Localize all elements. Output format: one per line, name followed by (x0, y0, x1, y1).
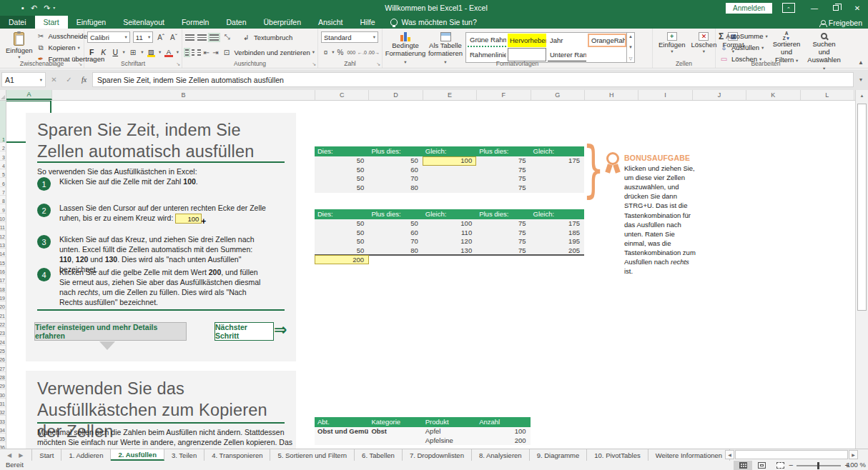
comma-style-icon[interactable]: 000 (347, 47, 356, 57)
row-header-7[interactable]: 7 (0, 187, 6, 196)
t2-cell[interactable]: 185 (531, 229, 584, 238)
t2-cell[interactable]: 195 (531, 237, 584, 246)
redo-icon[interactable]: ↷ (44, 4, 50, 12)
zoom-level[interactable]: 100 % (847, 461, 866, 469)
sheet-tab-analysieren[interactable]: 8. Analysieren (472, 449, 530, 461)
tell-me-search[interactable]: Was möchten Sie tun? (383, 16, 483, 29)
t2-cell[interactable]: 110 (423, 229, 476, 238)
insert-cells-button[interactable]: + Einfügen▾ (656, 31, 689, 56)
t1-cell[interactable]: 50 (368, 156, 422, 166)
t1-cell[interactable] (531, 174, 584, 184)
row-header-32[interactable]: 32 (0, 407, 6, 416)
borders-icon[interactable]: ⊞ (128, 47, 138, 57)
close-button[interactable]: ✕ (847, 0, 868, 16)
t3-cell[interactable]: 200 (476, 436, 530, 446)
row-header-22[interactable]: 22 (0, 319, 6, 328)
column-header-F[interactable]: F (477, 90, 531, 100)
row-header-6[interactable]: 6 (0, 178, 6, 186)
zoom-slider[interactable] (797, 465, 841, 466)
sheet-tab-start[interactable]: Start (31, 449, 61, 461)
t3-cell[interactable]: Apfel (423, 427, 476, 436)
row-header-5[interactable]: 5 (0, 169, 6, 178)
number-format-combo[interactable]: Standard▾ (321, 31, 378, 43)
t1-cell[interactable]: 75 (476, 184, 530, 193)
column-header-H[interactable]: H (585, 90, 638, 100)
accounting-format-icon[interactable]: ¤ (321, 47, 330, 57)
tab-formeln[interactable]: Formeln (173, 16, 218, 29)
t1-cell[interactable]: 50 (315, 184, 368, 193)
t1-cell[interactable] (423, 184, 476, 193)
row-header-11[interactable]: 11 (0, 222, 6, 231)
column-header-G[interactable]: G (531, 90, 585, 100)
horizontal-scroll-thumb[interactable] (735, 450, 848, 459)
sheet-tab-sortieren[interactable]: 5. Sortieren und Filtern (270, 449, 355, 461)
wrap-text-button[interactable]: ↲Textumbruch (241, 32, 292, 43)
row-header-18[interactable]: 18 (0, 284, 6, 292)
insert-function-icon[interactable]: fx (77, 72, 91, 87)
style-gruene-rahm[interactable]: Grüne Rahm... (468, 34, 506, 47)
row-header-10[interactable]: 10 (0, 214, 6, 222)
row-header-24[interactable]: 24 (0, 336, 6, 345)
t2-cell[interactable]: 205 (531, 246, 584, 256)
row-header-26[interactable]: 26 (0, 354, 6, 363)
enter-icon[interactable]: ✓ (62, 72, 76, 87)
t2-cell[interactable]: 75 (476, 237, 530, 246)
t2-cell[interactable]: 175 (531, 219, 584, 229)
sheet-nav-left-icon[interactable]: ◀ (7, 452, 11, 459)
sheet-tab-pivottables[interactable]: 10. PivotTables (587, 449, 648, 461)
t1-cell[interactable]: 50 (315, 166, 368, 175)
normal-view-icon[interactable] (734, 461, 752, 470)
t2-cell[interactable]: 75 (476, 219, 530, 229)
column-header-K[interactable]: K (746, 90, 800, 100)
row-header-13[interactable]: 13 (0, 240, 6, 249)
increase-decimal-icon[interactable]: ←.0 (357, 47, 367, 57)
orientation-icon[interactable]: ⤡ (222, 32, 232, 42)
grow-font-icon[interactable]: Aˆ (156, 32, 166, 42)
t1-cell[interactable]: 75 (476, 174, 530, 184)
font-dialog-launcher[interactable]: ↘ (176, 61, 180, 67)
sheet-tab-tabellen[interactable]: 6. Tabellen (355, 449, 403, 461)
t2-cell[interactable]: 120 (423, 237, 476, 246)
t1-cell[interactable]: 75 (476, 166, 530, 175)
t1-cell-highlighted[interactable]: 100 (423, 156, 476, 166)
style-hervorheben[interactable]: Hervorheben (508, 34, 546, 47)
zoom-out-icon[interactable]: − (789, 461, 793, 469)
t1-cell[interactable]: 50 (315, 156, 368, 166)
page-layout-view-icon[interactable] (752, 461, 771, 470)
sheet-tab-ausfuellen[interactable]: 2. Ausfüllen (111, 449, 164, 461)
row-header-29[interactable]: 29 (0, 381, 6, 389)
tab-ueberpruefen[interactable]: Überprüfen (255, 16, 310, 29)
row-header-28[interactable]: 28 (0, 372, 6, 381)
scroll-up-icon[interactable]: ▲ (856, 90, 868, 101)
tab-ansicht[interactable]: Ansicht (310, 16, 351, 29)
t1-cell[interactable]: 80 (368, 184, 422, 193)
tab-hilfe[interactable]: Hilfe (351, 16, 383, 29)
column-header-B[interactable]: B (52, 90, 315, 100)
t3-cell[interactable]: Apfelsine (423, 436, 476, 446)
yellow-200-cell[interactable]: 200 (315, 255, 369, 264)
align-left-icon[interactable] (185, 49, 189, 56)
t1-cell[interactable]: 60 (368, 166, 422, 175)
t2-cell[interactable]: 75 (476, 246, 530, 256)
fill-button[interactable]: ⇩Ausfüllen ▾ (719, 42, 768, 53)
row-header-17[interactable]: 17 (0, 275, 6, 284)
t1-cell[interactable]: 175 (531, 156, 584, 166)
t2-cell[interactable]: 130 (423, 246, 476, 256)
delete-cells-button[interactable]: ✕ Löschen▾ (689, 31, 720, 56)
font-color-icon[interactable]: A (164, 48, 173, 57)
shrink-font-icon[interactable]: Aˇ (169, 32, 179, 42)
namebox-dropdown-icon[interactable]: ▾ (40, 77, 42, 83)
row-header-20[interactable]: 20 (0, 301, 6, 310)
t1-cell[interactable] (423, 174, 476, 184)
tab-einfuegen[interactable]: Einfügen (68, 16, 114, 29)
percent-icon[interactable]: % (335, 47, 345, 57)
page-break-view-icon[interactable] (771, 461, 789, 470)
row-header-15[interactable]: 15 (0, 257, 6, 266)
row-header-30[interactable]: 30 (0, 389, 6, 398)
sheet-tab-addieren[interactable]: 1. Addieren (61, 449, 111, 461)
row-header-23[interactable]: 23 (0, 328, 6, 336)
row-header-19[interactable]: 19 (0, 293, 6, 301)
t3-cell[interactable]: 100 (476, 427, 530, 436)
t2-cell[interactable]: 80 (368, 246, 422, 256)
t3-cell[interactable] (315, 436, 368, 446)
